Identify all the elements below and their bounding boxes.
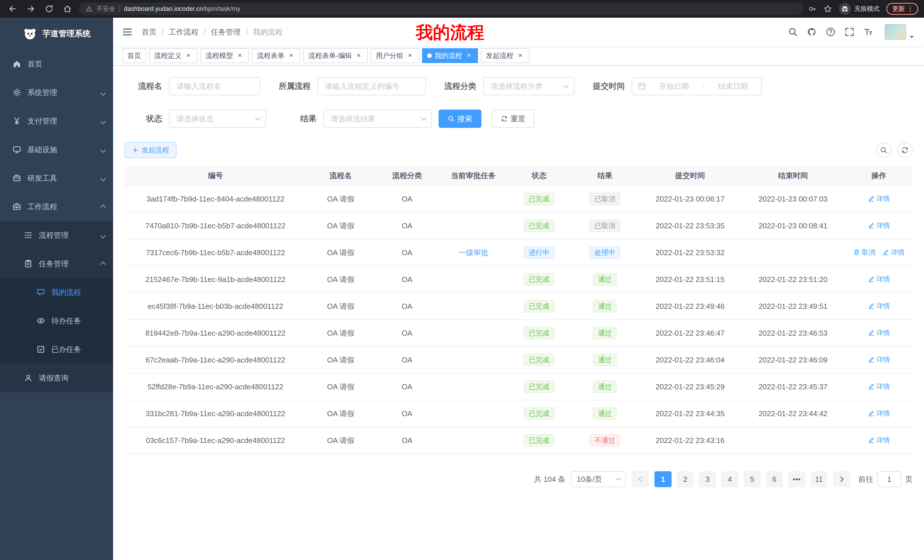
back-button[interactable] — [6, 2, 20, 16]
bookmark-star-icon[interactable] — [824, 4, 832, 13]
cell-result: 通过 — [570, 293, 639, 320]
sidebar-item-task-management[interactable]: 任务管理 — [0, 250, 113, 278]
pagination-more[interactable]: ••• — [788, 471, 805, 487]
result-tag: 通过 — [593, 273, 617, 286]
cell-current-task — [439, 346, 508, 373]
header-search-button[interactable] — [788, 27, 798, 37]
detail-link[interactable]: 详情 — [868, 409, 890, 418]
goto-page-input[interactable] — [877, 471, 901, 487]
pagination-page-4[interactable]: 4 — [721, 471, 738, 487]
process-name-input[interactable] — [170, 78, 260, 95]
close-icon[interactable]: × — [516, 52, 524, 60]
tab-label: 用户分组 — [376, 51, 403, 60]
sidebar-item-todo-task[interactable]: 待办任务 — [0, 307, 113, 335]
close-icon[interactable]: × — [184, 52, 192, 60]
end-date-placeholder[interactable]: 结束日期 — [710, 81, 756, 91]
search-button[interactable]: 搜索 — [439, 109, 482, 128]
reset-button[interactable]: 重置 — [492, 109, 534, 128]
tab-0[interactable]: 首页 — [122, 48, 146, 63]
pagination-next-button[interactable] — [833, 471, 850, 487]
tab-5[interactable]: 用户分组× — [370, 48, 419, 63]
sidebar-item-workflow[interactable]: 工作流程 — [0, 192, 113, 221]
close-icon[interactable]: × — [355, 52, 363, 60]
toggle-search-button[interactable] — [876, 142, 891, 158]
detail-link[interactable]: 详情 — [882, 248, 904, 257]
close-icon[interactable]: × — [236, 52, 244, 60]
user-menu[interactable] — [885, 24, 915, 40]
pagination-page-2[interactable]: 2 — [677, 471, 694, 487]
tab-7[interactable]: 发起流程× — [481, 48, 530, 63]
chat-icon — [36, 288, 45, 296]
sidebar-item-infrastructure[interactable]: 基础设施 — [0, 135, 113, 164]
cell-id: 2152467e-7b9b-11ec-9a1b-acde48001122 — [124, 266, 306, 293]
pagination-page-11[interactable]: 11 — [810, 471, 828, 487]
result-select[interactable]: 请选择流结果 — [323, 109, 432, 128]
cell-category: OA — [375, 373, 439, 400]
refresh-table-button[interactable] — [897, 142, 913, 158]
category-select[interactable]: 请选择流程分类 — [483, 77, 574, 95]
pagination-prev-button[interactable] — [632, 471, 649, 487]
sidebar-item-leave-query[interactable]: 请假查询 — [0, 364, 113, 392]
detail-link[interactable]: 详情 — [868, 436, 890, 445]
forward-button[interactable] — [24, 2, 38, 16]
tab-4[interactable]: 流程表单-编辑× — [303, 48, 368, 63]
sidebar-item-dev-tools[interactable]: 研发工具 — [0, 164, 113, 192]
cell-actions: 详情 — [845, 320, 913, 346]
tab-1[interactable]: 流程定义× — [149, 48, 198, 63]
password-manager-icon[interactable] — [808, 4, 817, 13]
start-process-button[interactable]: 发起流程 — [124, 142, 177, 158]
current-task-link[interactable]: 一级审批 — [459, 248, 488, 257]
pagination-page-1[interactable]: 1 — [654, 471, 672, 487]
cell-actions: 详情 — [845, 427, 913, 454]
cell-status: 已完成 — [508, 400, 570, 427]
pagination-page-5[interactable]: 5 — [744, 471, 760, 487]
tab-3[interactable]: 流程表单× — [252, 48, 300, 63]
github-link[interactable] — [807, 27, 817, 37]
address-bar[interactable]: 不安全 dashboard.yudao.iocoder.cn/bpm/task/… — [79, 3, 804, 15]
chevron-down-icon — [421, 115, 426, 121]
sidebar-item-process-management[interactable]: 流程管理 — [0, 221, 113, 250]
sidebar-item-my-process[interactable]: 我的流程 — [0, 278, 113, 307]
user-avatar[interactable] — [885, 24, 906, 40]
app-logo[interactable]: 芋道管理系统 — [0, 18, 113, 49]
help-button[interactable] — [826, 27, 836, 37]
tab-2[interactable]: 流程模型× — [201, 48, 249, 63]
fullscreen-button[interactable] — [844, 27, 854, 37]
font-size-button[interactable] — [864, 27, 873, 37]
cancel-link[interactable]: 取消 — [853, 248, 876, 257]
sidebar-item-home[interactable]: 首页 — [0, 49, 113, 78]
update-button[interactable]: 更新 — [886, 3, 918, 15]
start-date-placeholder[interactable]: 开始日期 — [652, 81, 697, 91]
sidebar-item-done-task[interactable]: 已办任务 — [0, 335, 113, 364]
detail-link[interactable]: 详情 — [868, 382, 890, 391]
sidebar-toggle-button[interactable] — [122, 27, 132, 37]
submit-time-range-picker[interactable]: 开始日期 - 结束日期 — [632, 77, 762, 95]
close-icon[interactable]: × — [406, 52, 414, 60]
close-icon[interactable]: × — [465, 52, 473, 60]
parent-process-input[interactable] — [318, 78, 426, 95]
pagination-page-3[interactable]: 3 — [699, 471, 716, 487]
page-size-select[interactable]: 10条/页 — [571, 471, 626, 487]
sidebar-item-payment-management[interactable]: 支付管理 — [0, 107, 113, 135]
toolbar-right-icons — [876, 142, 913, 158]
detail-link[interactable]: 详情 — [868, 355, 890, 364]
pagination-page-6[interactable]: 6 — [766, 471, 783, 487]
home-button[interactable] — [60, 2, 74, 16]
security-label[interactable]: 不安全 — [96, 4, 116, 13]
breadcrumb-item[interactable]: 工作流程 — [169, 27, 198, 37]
close-icon[interactable]: × — [287, 52, 295, 60]
detail-link[interactable]: 详情 — [868, 221, 890, 230]
detail-link[interactable]: 详情 — [868, 194, 890, 203]
browser-menu-icon[interactable] — [907, 5, 914, 13]
pagination-total: 共 104 条 — [534, 475, 566, 484]
reload-button[interactable] — [42, 2, 56, 16]
detail-link[interactable]: 详情 — [868, 301, 890, 310]
sidebar-item-system-management[interactable]: 系统管理 — [0, 78, 113, 107]
breadcrumb-item[interactable]: 任务管理 — [211, 27, 240, 37]
breadcrumb-item[interactable]: 首页 — [142, 27, 156, 37]
category-label: 流程分类 — [433, 81, 483, 91]
detail-link[interactable]: 详情 — [868, 275, 890, 284]
tab-6[interactable]: 我的流程× — [422, 48, 478, 63]
detail-link[interactable]: 详情 — [868, 328, 890, 337]
status-select[interactable]: 请选择状态 — [169, 109, 266, 128]
